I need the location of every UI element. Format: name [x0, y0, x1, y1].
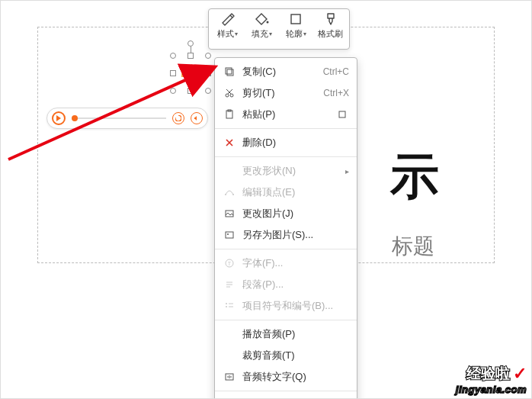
- audio-volume-button[interactable]: [191, 112, 203, 124]
- menu-copy-shortcut: Ctrl+C: [323, 66, 349, 77]
- audio-object-selection[interactable]: [173, 56, 208, 91]
- watermark-url: jingyanla.com: [456, 384, 527, 395]
- context-menu: 复制(C) Ctrl+C 剪切(T) Ctrl+X 粘贴(P) 删除(D) 更改…: [214, 57, 357, 399]
- menu-paragraph: 段落(P)...: [215, 274, 357, 295]
- copy-icon: [223, 65, 236, 79]
- svg-point-16: [226, 303, 227, 304]
- style-icon: [220, 11, 236, 27]
- subtitle-fragment: 标题: [392, 232, 434, 261]
- menu-group: 组合(G) ▸: [215, 394, 357, 399]
- audio-text-icon: [223, 370, 236, 384]
- svg-point-13: [227, 233, 229, 235]
- rotate-line: [191, 47, 191, 53]
- outline-button[interactable]: 轮廓▾: [280, 11, 313, 47]
- bullets-icon: [223, 299, 236, 313]
- menu-separator: [215, 391, 357, 391]
- format-toolbar: 样式▾ 填充▾ 轮廓▾ 格式刷: [208, 8, 350, 50]
- menu-paragraph-label: 段落(P)...: [242, 278, 349, 291]
- edit-points-icon: [223, 185, 236, 199]
- menu-audio-to-text-label: 音频转文字(Q): [242, 370, 349, 384]
- menu-delete-label: 删除(D): [242, 136, 349, 150]
- format-painter-button[interactable]: 格式刷: [314, 11, 348, 47]
- font-icon: T: [223, 256, 236, 270]
- svg-point-10: [232, 194, 234, 195]
- resize-handle-br[interactable]: [205, 88, 211, 94]
- svg-point-0: [266, 21, 268, 24]
- menu-paste-label: 粘贴(P): [242, 108, 335, 121]
- menu-cut-label: 剪切(T): [242, 86, 317, 100]
- watermark: 经验啦 ✓ jingyanla.com: [456, 364, 527, 395]
- check-icon: ✓: [513, 364, 527, 384]
- resize-handle-mt[interactable]: [187, 53, 194, 59]
- speaker-icon: [178, 60, 204, 86]
- menu-copy[interactable]: 复制(C) Ctrl+C: [215, 61, 357, 82]
- chevron-down-icon: ▾: [303, 31, 306, 37]
- menu-bullets: 项目符号和编号(B)...: [215, 295, 357, 317]
- svg-rect-12: [226, 232, 233, 238]
- audio-track[interactable]: [72, 117, 166, 119]
- svg-point-5: [230, 94, 233, 97]
- menu-cut-shortcut: Ctrl+X: [323, 88, 349, 98]
- menu-separator: [215, 249, 357, 249]
- audio-playback-bar[interactable]: [46, 108, 208, 129]
- menu-play-audio[interactable]: 播放音频(P): [215, 323, 357, 345]
- submenu-arrow-icon: ▸: [345, 167, 349, 175]
- cut-icon: [223, 86, 236, 100]
- resize-handle-mb[interactable]: [187, 88, 194, 94]
- svg-point-17: [226, 306, 227, 307]
- blank-icon: [223, 164, 236, 178]
- paste-options-icon: [335, 108, 349, 121]
- menu-separator: [215, 320, 357, 320]
- menu-copy-label: 复制(C): [242, 65, 317, 79]
- svg-text:T: T: [228, 261, 232, 266]
- menu-audio-to-text[interactable]: 音频转文字(Q): [215, 366, 357, 388]
- picture-icon: [223, 207, 236, 220]
- outline-icon: [288, 11, 305, 27]
- watermark-text: 经验啦: [466, 364, 510, 384]
- menu-bullets-label: 项目符号和编号(B)...: [242, 299, 349, 313]
- menu-play-audio-label: 播放音频(P): [242, 327, 349, 341]
- menu-cut[interactable]: 剪切(T) Ctrl+X: [215, 82, 357, 104]
- blank-icon: [223, 349, 236, 362]
- menu-separator: [215, 128, 357, 129]
- menu-save-as-pic-label: 另存为图片(S)...: [242, 228, 349, 242]
- chevron-down-icon: ▾: [269, 31, 272, 37]
- save-pic-icon: [223, 228, 236, 242]
- fill-icon: [254, 11, 271, 27]
- menu-delete[interactable]: 删除(D): [215, 132, 357, 153]
- svg-rect-1: [291, 14, 300, 24]
- menu-trim-audio[interactable]: 裁剪音频(T): [215, 345, 357, 366]
- resize-handle-bl[interactable]: [170, 88, 176, 94]
- blank-icon: [223, 327, 236, 341]
- resize-handle-tr[interactable]: [205, 53, 211, 59]
- svg-rect-3: [227, 69, 233, 76]
- title-fragment: 示: [390, 143, 439, 210]
- menu-change-pic[interactable]: 更改图片(J): [215, 203, 357, 224]
- svg-point-4: [226, 94, 229, 97]
- delete-icon: [223, 136, 236, 150]
- style-button[interactable]: 样式▾: [211, 11, 245, 47]
- outline-label: 轮廓: [286, 28, 303, 40]
- fill-button[interactable]: 填充▾: [245, 11, 279, 47]
- menu-separator: [215, 156, 357, 157]
- paste-icon: [223, 108, 236, 121]
- painter-label: 格式刷: [318, 28, 343, 40]
- svg-rect-8: [339, 111, 345, 117]
- fill-label: 填充: [252, 28, 268, 40]
- resize-handle-ml[interactable]: [170, 70, 176, 76]
- menu-save-as-pic[interactable]: 另存为图片(S)...: [215, 224, 357, 246]
- resize-handle-tl[interactable]: [170, 53, 176, 59]
- chevron-down-icon: ▾: [235, 31, 238, 37]
- brush-icon: [322, 11, 339, 27]
- svg-rect-2: [226, 68, 232, 74]
- resize-handle-mr[interactable]: [205, 70, 211, 76]
- menu-paste[interactable]: 粘贴(P): [215, 104, 357, 125]
- rotate-handle[interactable]: [187, 40, 194, 47]
- audio-loop-button[interactable]: [172, 112, 184, 124]
- menu-change-shape: 更改形状(N) ▸: [215, 160, 357, 182]
- menu-change-pic-label: 更改图片(J): [242, 207, 349, 220]
- menu-edit-points: 编辑顶点(E): [215, 182, 357, 203]
- menu-change-shape-label: 更改形状(N): [242, 164, 341, 178]
- style-label: 样式: [217, 28, 234, 40]
- audio-play-button[interactable]: [52, 111, 66, 125]
